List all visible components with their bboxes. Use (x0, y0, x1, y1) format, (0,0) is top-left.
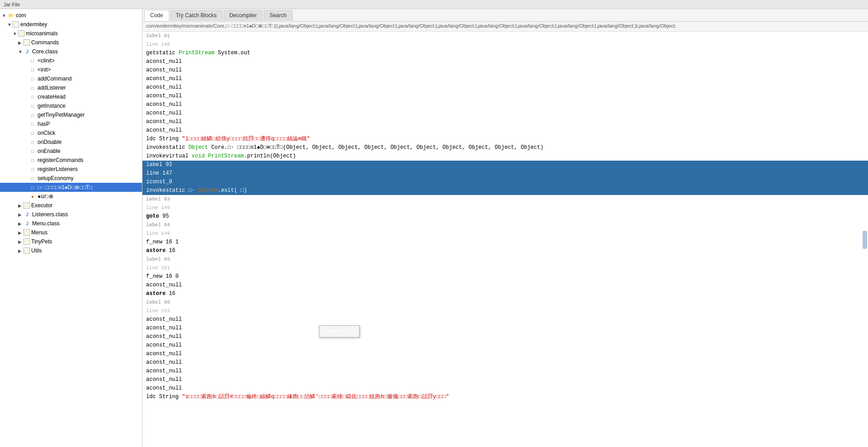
title-label: Jar File (4, 2, 20, 7)
code-line-aconst4: aconst_null (142, 83, 868, 92)
method-icon: □ (29, 184, 36, 191)
tree-item-utils[interactable]: ▶ ⬡ Utils (0, 246, 142, 255)
tree-item-label: endermitey (20, 21, 47, 28)
tree-item-hasp[interactable]: □ hasP (0, 119, 142, 128)
arrow-icon: ▼ (2, 13, 7, 18)
tab-code-label: Code (150, 12, 163, 19)
tree-item-clinit[interactable]: □ <clinit> (0, 56, 142, 65)
class-icon: J (24, 48, 31, 55)
ref-printstream2: PrintStream (208, 153, 244, 159)
code-line-label94: label 94 (142, 221, 868, 229)
code-line-astore2: astore 16 (142, 290, 868, 298)
method-icon: □ (29, 102, 36, 109)
tree-item-label: ●ú/□⊕ (38, 193, 53, 200)
scroll-indicator (863, 231, 867, 249)
method-icon: □ (29, 57, 36, 64)
code-line-aconst-b1: aconst_null (142, 315, 868, 324)
tree-item-label: Menu.class (32, 220, 60, 227)
arrow-icon: ▼ (18, 49, 24, 54)
tree-item-onenable[interactable]: □ onEnable (0, 147, 142, 156)
tabs-bar: Code Try Catch Blocks Decompiler Search (142, 9, 868, 22)
package-icon: ⬡ (24, 229, 30, 236)
tree-item-onclick[interactable]: □ onClick (0, 128, 142, 138)
tree-item-listeners-class[interactable]: ▶ J Listeners.class (0, 210, 142, 219)
package-icon: ⬡ (13, 21, 19, 28)
tree-container: ▼ 📁 com ▼ ⬡ endermitey ▼ ⬡ microanimals (0, 9, 142, 257)
tree-item-ondisable[interactable]: □ onDisable (0, 138, 142, 147)
tree-item-addcommand[interactable]: □ addCommand (0, 74, 142, 83)
code-line-aconst-b7: aconst_null (142, 367, 868, 376)
folder-icon: 📁 (7, 12, 14, 19)
code-line-fnew1: f_new 16 1 (142, 238, 868, 247)
code-line-aconst-b8: aconst_null (142, 376, 868, 384)
string-ref1: "l□□□□絲鱗□絵係y□□□□括罸□□遭得q□□□□絲論⊕鐵" (182, 136, 310, 142)
method-icon: □ (29, 84, 36, 91)
tree-item-createhead[interactable]: □ createHead (0, 92, 142, 101)
tab-search[interactable]: Search (264, 10, 293, 21)
code-line-aconst-b2: aconst_null (142, 324, 868, 333)
tree-item-label: <init> (38, 67, 51, 73)
code-line-aconst1: aconst_null (142, 57, 868, 66)
arrow-icon: ▼ (7, 22, 13, 27)
arrow-icon: ▶ (18, 212, 24, 217)
tree-item-com[interactable]: ▼ 📁 com (0, 11, 142, 20)
remove-all-popup[interactable]: Remove All (319, 325, 360, 338)
code-line-aconst9: aconst_null (142, 126, 868, 135)
tree-item-menu-class[interactable]: ▶ J Menu.class (0, 219, 142, 228)
tree-item-selected-method[interactable]: □ □·· □□□□≡1♠D□⊕□□T□ (0, 183, 142, 192)
tree-item-menus[interactable]: ▶ ⬡ Menus (0, 228, 142, 237)
tree-item-label: Core.class (32, 48, 58, 55)
tree-item-label: <clinit> (38, 57, 55, 64)
code-line-label95: label 95 (142, 255, 868, 264)
tree-item-registerlisteners[interactable]: □ registerListeners (0, 165, 142, 174)
tree-item-getinstance[interactable]: □ getInstance (0, 101, 142, 110)
code-line-label92-highlighted: label 92 (142, 161, 868, 169)
arrow-icon: ▼ (13, 31, 18, 36)
code-area-wrapper: label 91 line 146 getstatic PrintStream … (142, 32, 868, 447)
method-icon: □ (29, 120, 36, 128)
tab-code[interactable]: Code (144, 10, 169, 21)
arrow-icon: ▶ (18, 221, 24, 226)
string-ref2: "s□□□□索跑b□話罸#□□□□倫終□絲鱗q□□□□緣跑□□治鱗'□□□□索雄… (182, 394, 449, 400)
code-line-iconst-highlighted: iconst_0 Remove All (142, 178, 868, 186)
tree-item-label: addCommand (38, 76, 71, 82)
code-content[interactable]: label 91 line 146 getstatic PrintStream … (142, 32, 868, 447)
code-line-line147-highlighted: line 147 (142, 169, 868, 178)
code-line-astore1: astore 16 (142, 247, 868, 255)
tree-item-label: registerCommands (38, 157, 83, 163)
code-line-aconst6: aconst_null (142, 100, 868, 109)
tree-item-commands[interactable]: ▶ ⬡ Commands (0, 38, 142, 47)
code-line-invokestatic2-highlighted: invokestatic □· System.exit( □) (142, 186, 868, 195)
code-line-aconst-b9: aconst_null (142, 384, 868, 393)
tree-item-addlistener[interactable]: □ addListener (0, 83, 142, 92)
tree-item-setupeconomy[interactable]: □ setupEconomy (0, 174, 142, 183)
tree-item-core-class[interactable]: ▼ J Core.class (0, 47, 142, 56)
method-icon: □ (29, 66, 36, 73)
tree-item-tinypets[interactable]: ▶ ⬡ TinyPets (0, 237, 142, 246)
tab-decompiler[interactable]: Decompiler (223, 10, 263, 21)
tree-item-label: getInstance (38, 103, 66, 109)
ref-printstream: PrintStream (179, 50, 214, 56)
tree-item-init[interactable]: □ <init> (0, 65, 142, 74)
tree-item-label: Commands (31, 39, 59, 46)
tree-item-other-method[interactable]: ● ●ú/□⊕ (0, 192, 142, 201)
method-icon: □ (29, 157, 36, 164)
tree-item-gettinypetmanager[interactable]: □ getTinyPetManager (0, 110, 142, 119)
tree-item-label: Listeners.class (32, 211, 68, 218)
arrow-icon: ▶ (18, 40, 24, 45)
code-line-aconst7: aconst_null (142, 109, 868, 118)
method-icon: □ (29, 75, 36, 82)
tab-trycatch[interactable]: Try Catch Blocks (170, 10, 223, 21)
method-icon: □ (29, 129, 36, 137)
tree-item-microanimals[interactable]: ▼ ⬡ microanimals (0, 29, 142, 38)
tree-item-label: □·· □□□□≡1♠D□⊕□□T□ (38, 184, 92, 190)
code-line-aconst-b4: aconst_null (142, 341, 868, 350)
tree-item-registercommands[interactable]: □ registerCommands (0, 156, 142, 165)
tree-item-executor[interactable]: ▶ ⬡ Executor (0, 201, 142, 210)
class-icon: J (24, 220, 31, 227)
tree-item-endermitey[interactable]: ▼ ⬡ endermitey (0, 20, 142, 29)
code-line-aconst-null1: aconst_null (142, 281, 868, 290)
package-icon: ⬡ (24, 39, 30, 46)
code-line-line149b: line 149 (142, 229, 868, 238)
code-line-aconst-b3: aconst_null (142, 333, 868, 341)
